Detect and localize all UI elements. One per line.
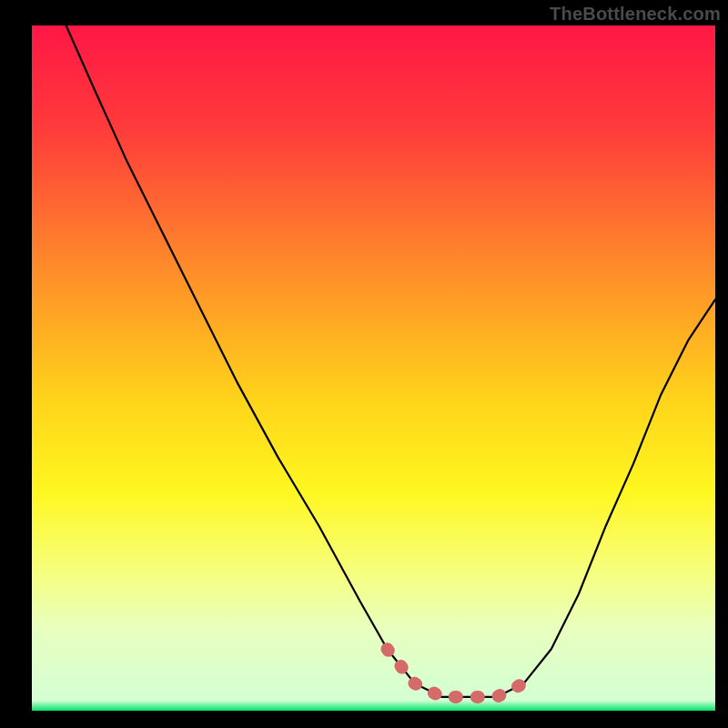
chart-svg xyxy=(0,0,728,728)
plot-background xyxy=(32,25,715,711)
watermark-text: TheBottleneck.com xyxy=(550,4,721,25)
stage: TheBottleneck.com xyxy=(0,0,728,728)
